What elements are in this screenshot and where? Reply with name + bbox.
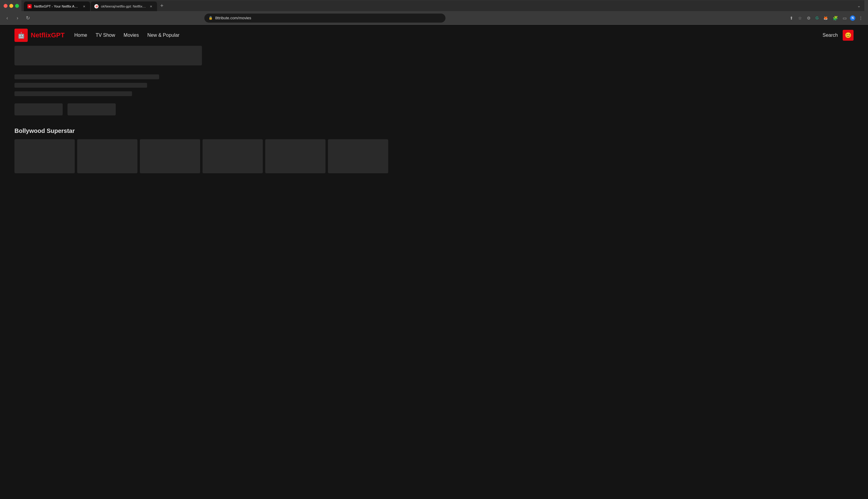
tab-overflow-button[interactable]: ⌄: [856, 2, 862, 9]
movies-row: [14, 139, 854, 173]
logo-text: NetflixGPT: [31, 31, 64, 39]
tab-title-2: okNeeraj/netflix-gpt: Netflix G...: [101, 4, 146, 8]
navbar-right: Search 😊: [822, 30, 854, 41]
hero-image-skeleton: [14, 46, 202, 65]
browser-toolbar-right: ⬆ ☆ ⚙ G 🦊 🧩 ▭ N ⋮: [788, 14, 864, 22]
user-avatar-emoji: 😊: [845, 32, 852, 39]
search-button[interactable]: Search: [822, 33, 838, 38]
hero-info-button-skeleton: [68, 104, 116, 115]
hero-text-skeleton-1: [14, 74, 159, 79]
tab-title-1: NetflixGPT - Your Netflix Assis...: [34, 4, 79, 8]
address-text: 8ttribute.com/movies: [215, 16, 252, 20]
tab-close-1[interactable]: ✕: [82, 4, 86, 9]
new-tab-button[interactable]: +: [158, 1, 166, 10]
bookmark-icon[interactable]: ☆: [797, 14, 804, 22]
share-icon[interactable]: ⬆: [788, 14, 795, 22]
hero-text-skeleton-3: [14, 91, 132, 96]
tab-favicon-1: N: [27, 4, 32, 9]
nav-links: Home TV Show Movies New & Popular: [74, 33, 179, 38]
browser-titlebar: N NetflixGPT - Your Netflix Assis... ✕ 🐙…: [0, 0, 868, 11]
browser-menu-icon[interactable]: ⋮: [857, 14, 864, 22]
logo-robot-icon: 🤖: [17, 32, 25, 39]
nav-link-home[interactable]: Home: [74, 33, 87, 38]
browser-chrome: N NetflixGPT - Your Netflix Assis... ✕ 🐙…: [0, 0, 868, 25]
nav-refresh-button[interactable]: ↻: [24, 15, 31, 21]
nav-link-movies[interactable]: Movies: [124, 33, 139, 38]
nav-back-button[interactable]: ‹: [4, 15, 11, 21]
window-close-button[interactable]: [4, 4, 8, 8]
navbar: 🤖 NetflixGPT Home TV Show Movies New & P…: [0, 25, 868, 46]
sidebar-toggle-icon[interactable]: ▭: [841, 14, 848, 22]
address-field[interactable]: 🔒 8ttribute.com/movies: [204, 14, 445, 23]
metamask-icon[interactable]: 🦊: [822, 15, 829, 21]
lock-icon: 🔒: [209, 16, 213, 20]
tab-close-2[interactable]: ✕: [149, 4, 154, 9]
extensions-icon[interactable]: 🧩: [831, 14, 839, 22]
hero-section: [14, 46, 854, 115]
window-minimize-button[interactable]: [9, 4, 13, 8]
profile-icon[interactable]: N: [850, 15, 855, 21]
bollywood-section: Bollywood Superstar: [14, 127, 854, 173]
browser-tab-1[interactable]: N NetflixGPT - Your Netflix Assis... ✕: [24, 1, 90, 11]
hero-text-skeleton-2: [14, 83, 147, 88]
movie-card-skeleton-2[interactable]: [77, 139, 137, 173]
hero-buttons: [14, 104, 854, 115]
movie-card-skeleton-5[interactable]: [265, 139, 326, 173]
app-container: 🤖 NetflixGPT Home TV Show Movies New & P…: [0, 25, 868, 488]
nav-link-new-popular[interactable]: New & Popular: [147, 33, 180, 38]
browser-address-bar: ‹ › ↻ 🔒 8ttribute.com/movies ⬆ ☆ ⚙ G 🦊 🧩…: [0, 11, 868, 25]
movie-card-skeleton-4[interactable]: [203, 139, 263, 173]
tab-favicon-2: 🐙: [94, 4, 99, 9]
nav-forward-button[interactable]: ›: [14, 15, 21, 21]
main-content: Bollywood Superstar: [0, 46, 868, 173]
grammarly-icon[interactable]: G: [814, 14, 820, 21]
hero-play-button-skeleton: [14, 104, 63, 115]
user-avatar[interactable]: 😊: [843, 30, 854, 41]
movie-card-skeleton-3[interactable]: [140, 139, 200, 173]
nav-link-tvshow[interactable]: TV Show: [96, 33, 115, 38]
browser-tab-2[interactable]: 🐙 okNeeraj/netflix-gpt: Netflix G... ✕: [91, 1, 157, 11]
section-title: Bollywood Superstar: [14, 127, 854, 134]
logo-icon: 🤖: [14, 29, 28, 42]
movie-card-skeleton-6[interactable]: [328, 139, 388, 173]
window-maximize-button[interactable]: [15, 4, 19, 8]
logo-container[interactable]: 🤖 NetflixGPT: [14, 29, 64, 42]
settings-wheel-icon[interactable]: ⚙: [805, 14, 812, 22]
window-controls: [4, 4, 19, 8]
tab-bar: N NetflixGPT - Your Netflix Assis... ✕ 🐙…: [21, 0, 864, 11]
movie-card-skeleton-1[interactable]: [14, 139, 75, 173]
